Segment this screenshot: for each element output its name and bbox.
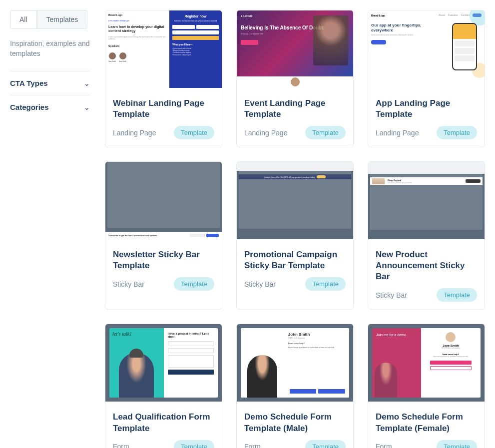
template-badge: Template: [174, 277, 214, 291]
preview-headline: Join me for a demo: [376, 333, 417, 337]
card-preview: let's talk! Have a project in mind? Let'…: [105, 324, 222, 402]
template-card[interactable]: let's talk! Have a project in mind? Let'…: [105, 324, 222, 448]
preview-headline: Our app at your fingertips, everywhere: [371, 23, 427, 32]
card-category: Form: [244, 443, 261, 448]
card-title: Promotional Campaign Sticky Bar Template: [244, 249, 346, 271]
tab-templates[interactable]: Templates: [37, 10, 88, 29]
chevron-down-icon: ⌄: [84, 79, 90, 87]
template-card[interactable]: Join me for a demo Jane Smith VP of Prod…: [368, 324, 485, 448]
preview-name: John Smith: [288, 332, 345, 337]
card-preview: John Smith CMO, at Company Need some hel…: [237, 324, 353, 402]
template-badge: Template: [174, 126, 214, 139]
card-title: Webinar Landing Page Template: [113, 98, 214, 120]
card-title: New Product Announcement Sticky Bar: [376, 249, 477, 282]
card-title: Event Landing Page Template: [244, 98, 346, 120]
card-title: Newsletter Sticky Bar Template: [113, 249, 214, 271]
template-grid: Brand Logo UPCOMING WEBINAR Learn how to…: [105, 10, 485, 448]
card-preview: New Arrival The Dusk Collection has just…: [368, 162, 485, 239]
template-card[interactable]: Brand Logo UPCOMING WEBINAR Learn how to…: [105, 10, 222, 147]
card-category: Sticky Bar: [376, 291, 407, 299]
card-preview: ● LOGO Believing Is The Absence Of Doubt…: [237, 10, 353, 88]
card-title: Lead Qualification Form Template: [113, 412, 214, 434]
preview-bar-text: Subscribe to get the latest promotions a…: [108, 234, 157, 237]
card-preview: Limited time offer. Get 50% off any prod…: [237, 162, 353, 239]
preview-brand: Brand Logo: [371, 14, 385, 17]
template-badge: Template: [437, 126, 477, 139]
template-badge: Template: [305, 440, 346, 448]
card-category: Sticky Bar: [113, 280, 144, 288]
preview-form-head: Have a project in mind? Let's chat!: [168, 332, 214, 338]
template-badge: Template: [305, 277, 346, 291]
preview-brand: Brand Logo: [108, 13, 166, 16]
template-card[interactable]: New Arrival The Dusk Collection has just…: [368, 161, 485, 310]
card-category: Landing Page: [244, 129, 287, 137]
preview-headline: Learn how to develop your digital conten…: [108, 25, 166, 33]
filter-label: CTA Types: [10, 79, 48, 87]
filter-categories[interactable]: Categories ⌄: [10, 95, 90, 119]
card-title: Demo Schedule Form Template (Female): [376, 412, 477, 434]
template-card[interactable]: Limited time offer. Get 50% off any prod…: [236, 161, 354, 310]
sidebar: All Templates Inspiration, examples and …: [10, 10, 90, 448]
card-category: Sticky Bar: [244, 280, 276, 288]
template-badge: Template: [437, 440, 477, 448]
card-category: Landing Page: [113, 129, 156, 137]
card-preview: Subscribe to get the latest promotions a…: [105, 162, 222, 239]
template-badge: Template: [305, 126, 346, 139]
template-card[interactable]: John Smith CMO, at Company Need some hel…: [236, 324, 354, 448]
template-card[interactable]: ● LOGO Believing Is The Absence Of Doubt…: [236, 10, 354, 147]
template-badge: Template: [437, 288, 477, 302]
tab-group: All Templates: [10, 10, 90, 29]
card-preview: Join me for a demo Jane Smith VP of Prod…: [368, 324, 485, 402]
card-category: Landing Page: [376, 129, 419, 137]
card-title: Demo Schedule Form Template (Male): [244, 412, 346, 434]
card-title: App Landing Page Template: [376, 98, 477, 120]
speakers-label: Speakers: [108, 44, 166, 47]
preview-tagline: UPCOMING WEBINAR: [108, 19, 166, 22]
filter-label: Categories: [10, 103, 49, 111]
chevron-down-icon: ⌄: [84, 103, 90, 111]
filter-cta-types[interactable]: CTA Types ⌄: [10, 71, 90, 95]
template-badge: Template: [174, 440, 214, 448]
tab-all[interactable]: All: [10, 10, 37, 29]
template-card[interactable]: Brand Logo About Features Contact Our ap…: [368, 10, 485, 147]
template-card[interactable]: Subscribe to get the latest promotions a…: [105, 161, 222, 310]
sidebar-description: Inspiration, examples and templates: [10, 39, 90, 58]
card-category: Form: [113, 443, 129, 448]
card-preview: Brand Logo About Features Contact Our ap…: [368, 10, 485, 88]
preview-talk: let's talk!: [112, 331, 161, 337]
card-preview: Brand Logo UPCOMING WEBINAR Learn how to…: [105, 10, 222, 88]
preview-register: Register now: [172, 14, 219, 18]
card-category: Form: [376, 443, 392, 448]
